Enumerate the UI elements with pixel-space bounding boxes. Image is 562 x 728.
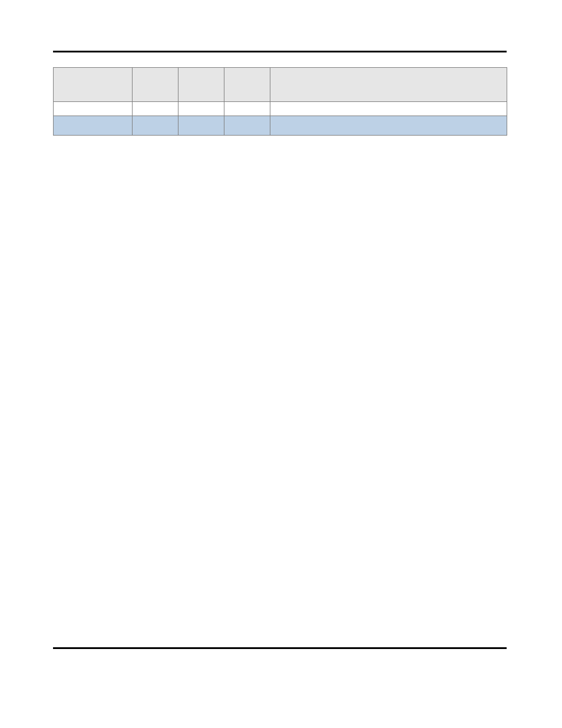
table-cell	[270, 102, 507, 116]
table-cell	[54, 102, 133, 116]
table-header-cell	[133, 68, 178, 102]
table-row	[54, 116, 507, 136]
table-header-cell	[178, 68, 224, 102]
top-horizontal-rule	[53, 51, 507, 52]
table-cell	[54, 116, 133, 136]
table-cell	[133, 102, 178, 116]
bottom-horizontal-rule	[53, 647, 507, 649]
table-cell	[224, 116, 270, 136]
table-row	[54, 102, 507, 116]
document-page	[0, 0, 562, 728]
data-table	[53, 67, 507, 136]
table-cell	[270, 116, 507, 136]
table-cell	[133, 116, 178, 136]
table-header	[54, 68, 507, 102]
table-header-cell	[54, 68, 133, 102]
table-header-cell	[224, 68, 270, 102]
table-header-row	[54, 68, 507, 102]
table-cell	[178, 102, 224, 116]
table-body	[54, 102, 507, 136]
table-cell	[224, 102, 270, 116]
table-header-cell	[270, 68, 507, 102]
table-cell	[178, 116, 224, 136]
